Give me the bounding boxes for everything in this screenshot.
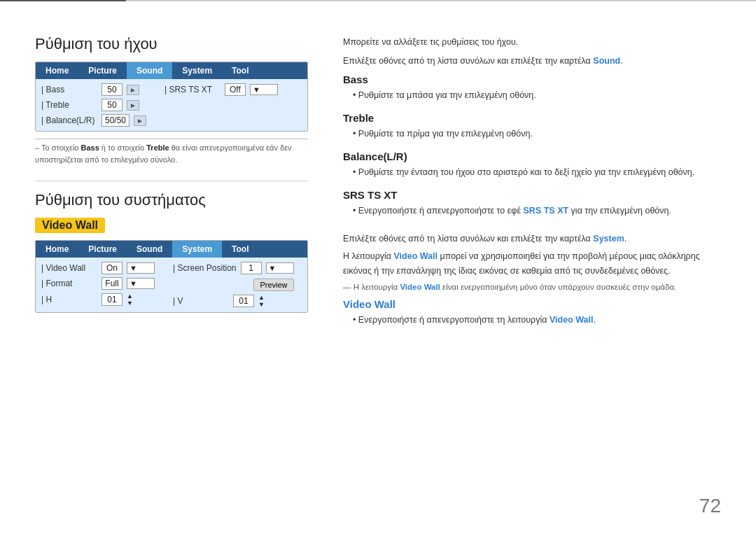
- v-label: | V: [173, 296, 229, 306]
- balance-title: Balance(L/R): [343, 150, 721, 162]
- balance-label: | Balance(L/R): [41, 115, 97, 125]
- srs-desc: • Ενεργοποιήστε ή απενεργοποιήστε το εφέ…: [351, 204, 721, 218]
- h-value: 01: [102, 293, 122, 306]
- videowall-right-desc: • Ενεργοποιήστε ή απενεργοποιήστε τη λει…: [351, 313, 721, 327]
- srs-section: SRS TS XT • Ενεργοποιήστε ή απενεργοποιή…: [343, 189, 721, 218]
- balance-value: 50/50: [102, 114, 130, 127]
- sound-panel-body: | Bass 50 ► | Treble 50 ► | Balance(L/R): [36, 79, 307, 131]
- sys-nav-system[interactable]: System: [172, 241, 222, 258]
- sound-section: Ρύθμιση του ήχου Home Picture Sound Syst…: [35, 35, 308, 168]
- balance-section: Balance(L/R) • Ρυθμίστε την ένταση του ή…: [343, 150, 721, 179]
- balance-row: | Balance(L/R) 50/50 ►: [41, 114, 146, 127]
- right-system-section: Επιλέξτε οθόνες από τη λίστα συνόλων και…: [343, 232, 721, 327]
- preview-row: Preview: [173, 279, 294, 291]
- treble-value: 50: [102, 99, 122, 111]
- format-value: Full: [102, 277, 122, 290]
- sound-intro2-link: Sound: [593, 56, 620, 66]
- format-select[interactable]: ▼: [127, 278, 155, 289]
- balance-desc: • Ρυθμίστε την ένταση του ήχου στο αριστ…: [351, 165, 721, 179]
- screenpos-value: 1: [241, 262, 262, 274]
- vw-bullet-link: Video Wall: [550, 315, 594, 325]
- nav-picture[interactable]: Picture: [78, 62, 127, 79]
- bass-arrow[interactable]: ►: [127, 85, 139, 95]
- srs-select[interactable]: ▼: [250, 84, 278, 95]
- sound-intro1: Μπορείτε να αλλάξετε τις ρυθμίσεις του ή…: [343, 35, 721, 50]
- sound-intro2: Επιλέξτε οθόνες από τη λίστα συνόλων και…: [343, 54, 721, 69]
- srs-value: Off: [225, 83, 246, 96]
- treble-section: Treble • Ρυθμίστε τα πρίμα για την επιλε…: [343, 112, 721, 141]
- v-spinner[interactable]: ▲ ▼: [258, 294, 265, 308]
- page-number: 72: [699, 495, 721, 517]
- system-panel-body: | Video Wall On ▼ | Format Full ▼ | H: [36, 258, 307, 312]
- srs-row: | SRS TS XT Off ▼: [164, 83, 278, 96]
- format-row: | Format Full ▼: [41, 277, 155, 290]
- format-label: | Format: [41, 279, 97, 288]
- h-spinner[interactable]: ▲ ▼: [127, 293, 133, 307]
- system-intro2: Η λειτουργία Video Wall μπορεί να χρησιμ…: [343, 249, 721, 279]
- system-col2: | Screen Position 1 ▼ Preview | V 01: [173, 262, 294, 308]
- sys-nav-sound[interactable]: Sound: [127, 241, 172, 258]
- h-label: | H: [41, 295, 97, 304]
- videowall-select[interactable]: ▼: [127, 262, 155, 274]
- system-intro1-suffix: .: [624, 234, 626, 244]
- balance-arrow[interactable]: ►: [134, 115, 146, 126]
- system-panel-nav: Home Picture Sound System Tool: [36, 241, 307, 258]
- left-column: Ρύθμιση του ήχου Home Picture Sound Syst…: [35, 35, 329, 527]
- bass-desc: • Ρυθμίστε τα μπάσα για την επιλεγμένη ο…: [351, 88, 721, 102]
- system-note: Η λειτουργία Video Wall είναι ενεργοποιη…: [343, 281, 721, 293]
- sound-panel: Home Picture Sound System Tool | Bass 50: [35, 62, 308, 132]
- treble-row: | Treble 50 ►: [41, 99, 146, 111]
- system-vw-link: Video Wall: [394, 251, 438, 261]
- top-divider-line: [0, 0, 756, 1]
- screenpos-select[interactable]: ▼: [266, 262, 294, 274]
- srs-title: SRS TS XT: [343, 189, 721, 201]
- srs-link: SRS TS XT: [524, 206, 569, 216]
- nav-home[interactable]: Home: [36, 62, 78, 79]
- video-wall-badge: Video Wall: [35, 218, 105, 233]
- nav-system[interactable]: System: [172, 62, 222, 79]
- sys-nav-tool[interactable]: Tool: [222, 241, 258, 258]
- v-row: | V 01 ▲ ▼: [173, 294, 294, 308]
- system-intro1: Επιλέξτε οθόνες από τη λίστα συνόλων και…: [343, 232, 721, 246]
- v-value: 01: [233, 295, 254, 307]
- system-intro2-prefix: Η λειτουργία: [343, 251, 394, 261]
- sound-col1: | Bass 50 ► | Treble 50 ► | Balance(L/R): [41, 83, 146, 127]
- sound-col2: | SRS TS XT Off ▼: [164, 83, 278, 127]
- bass-label: | Bass: [41, 85, 97, 94]
- nav-sound[interactable]: Sound: [127, 62, 172, 79]
- screenpos-row: | Screen Position 1 ▼: [173, 262, 294, 274]
- system-panel: Home Picture Sound System Tool | Video W…: [35, 240, 308, 313]
- system-section: Ρύθμιση του συστήματος Video Wall Home P…: [35, 191, 308, 313]
- sound-intro2-suffix: .: [620, 56, 622, 66]
- bass-value: 50: [102, 83, 122, 96]
- treble-label: | Treble: [41, 100, 97, 110]
- section-divider: [35, 181, 308, 181]
- screenpos-label: | Screen Position: [173, 263, 237, 273]
- treble-title: Treble: [343, 112, 721, 124]
- note-vw-link: Video Wall: [400, 283, 440, 291]
- system-intro1-prefix: Επιλέξτε οθόνες από τη λίστα συνόλων και…: [343, 234, 593, 244]
- bass-title: Bass: [343, 73, 721, 85]
- sound-intro2-prefix: Επιλέξτε οθόνες από τη λίστα συνόλων και…: [343, 56, 593, 66]
- nav-tool[interactable]: Tool: [222, 62, 258, 79]
- videowall-label: | Video Wall: [41, 263, 97, 273]
- sys-nav-home[interactable]: Home: [36, 241, 78, 258]
- sound-section-title: Ρύθμιση του ήχου: [35, 35, 308, 53]
- sound-panel-note: – Το στοιχείο Bass ή το στοιχείο Treble …: [35, 139, 308, 168]
- bass-section: Bass • Ρυθμίστε τα μπάσα για την επιλεγμ…: [343, 73, 721, 102]
- sound-panel-nav: Home Picture Sound System Tool: [36, 62, 307, 79]
- videowall-value: On: [102, 262, 122, 274]
- preview-button[interactable]: Preview: [253, 279, 293, 291]
- treble-desc: • Ρυθμίστε τα πρίμα για την επιλεγμένη ο…: [351, 127, 721, 141]
- system-section-title: Ρύθμιση του συστήματος: [35, 191, 308, 209]
- videowall-row: | Video Wall On ▼: [41, 262, 155, 274]
- system-col1: | Video Wall On ▼ | Format Full ▼ | H: [41, 262, 155, 308]
- videowall-right-title: Video Wall: [343, 298, 721, 310]
- treble-arrow[interactable]: ►: [127, 100, 139, 111]
- h-row: | H 01 ▲ ▼: [41, 293, 155, 307]
- sys-nav-picture[interactable]: Picture: [78, 241, 127, 258]
- srs-label: | SRS TS XT: [164, 85, 220, 94]
- videowall-right-section: Video Wall • Ενεργοποιήστε ή απενεργοποι…: [343, 298, 721, 327]
- right-column: Μπορείτε να αλλάξετε τις ρυθμίσεις του ή…: [329, 35, 721, 527]
- bass-row: | Bass 50 ►: [41, 83, 146, 96]
